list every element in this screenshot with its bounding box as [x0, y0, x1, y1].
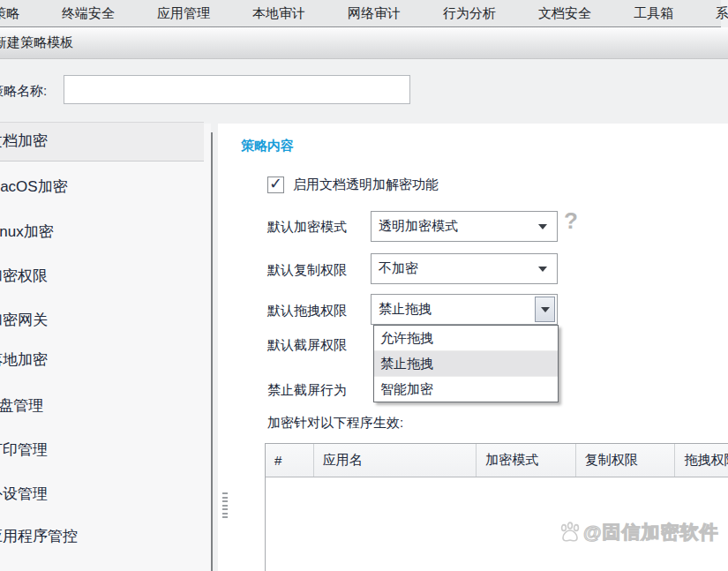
default-drag-permission-label: 默认拖拽权限 — [267, 302, 347, 319]
sidebar-item-macos-encryption[interactable]: macOS加密 — [0, 178, 68, 196]
column-header-index: # — [266, 444, 314, 477]
default-drag-permission-value: 禁止拖拽 — [372, 301, 535, 318]
sidebar-item-document-encryption[interactable]: 文档加密 — [0, 132, 48, 150]
default-copy-permission-label: 默认复制权限 — [267, 261, 347, 279]
sidebar-nav: 文档加密 macOS加密 Linux加密 加密权限 加密网关 落地加密 U盘管理… — [0, 124, 211, 571]
policy-name-label: 策略名称: — [0, 83, 47, 100]
default-drag-permission-select[interactable]: 禁止拖拽 — [371, 294, 558, 325]
chevron-down-icon — [538, 224, 547, 229]
dropdown-option-forbid-drag[interactable]: 禁止拖拽 — [374, 351, 558, 377]
menu-item-document-security[interactable]: 文档安全 — [538, 5, 591, 22]
page-title: 新建策略模板 — [0, 34, 73, 51]
sidebar-item-encryption-gateway[interactable]: 加密网关 — [0, 312, 48, 329]
chevron-down-icon — [538, 267, 547, 272]
program-table-header-row: # 应用名 加密模式 复制权限 拖拽权限 — [266, 444, 728, 477]
policy-name-input[interactable] — [64, 75, 410, 104]
watermark-text: @固信加密软件 — [583, 520, 718, 545]
enable-transparent-encryption-label: 启用文档透明加解密功能 — [293, 177, 439, 193]
menu-item-system[interactable]: 系统 — [716, 5, 728, 22]
menu-item-local-audit[interactable]: 本地审计 — [252, 5, 305, 22]
watermark: @固信加密软件 — [559, 520, 718, 545]
menu-item-toolbox[interactable]: 工具箱 — [634, 5, 673, 22]
column-header-drag-permission: 拖拽权限 — [675, 444, 728, 477]
subheader-bar: 新建策略模板 — [0, 27, 728, 59]
menu-item-network-audit[interactable]: 网络审计 — [348, 5, 401, 22]
default-copy-permission-value: 不加密 — [372, 260, 538, 277]
dropdown-arrow-button[interactable] — [535, 297, 555, 322]
section-title: 策略内容 — [241, 138, 294, 154]
default-encryption-mode-value: 透明加密模式 — [372, 218, 538, 235]
default-encryption-mode-select[interactable]: 透明加密模式 — [371, 211, 558, 242]
menu-bar: 策略 终端安全 应用管理 本地审计 网络审计 行为分析 文档安全 工具箱 系统 — [0, 0, 721, 27]
default-screenshot-permission-label: 默认截屏权限 — [267, 336, 347, 354]
sidebar-item-encryption-permissions[interactable]: 加密权限 — [0, 267, 48, 285]
menu-item-behavior-analysis[interactable]: 行为分析 — [443, 5, 496, 22]
sidebar-item-linux-encryption[interactable]: Linux加密 — [0, 223, 54, 241]
sidebar-item-landing-encryption[interactable]: 落地加密 — [0, 351, 48, 369]
sidebar-item-usb-management[interactable]: U盘管理 — [0, 397, 43, 415]
menu-item-policy[interactable]: 策略 — [0, 5, 19, 22]
chevron-down-icon — [541, 307, 550, 312]
dropdown-option-allow-drag[interactable]: 允许拖拽 — [374, 326, 558, 351]
policy-content-panel: 策略内容 ✓ 启用文档透明加解密功能 默认加密模式 透明加密模式 ? 默认复制权… — [218, 124, 728, 571]
column-header-app-name: 应用名 — [314, 444, 477, 477]
dropdown-option-smart-encrypt[interactable]: 智能加密 — [374, 377, 558, 402]
column-header-copy-permission: 复制权限 — [576, 444, 676, 477]
sidebar-splitter[interactable] — [211, 132, 213, 571]
enable-transparent-encryption-checkbox[interactable]: ✓ — [267, 177, 284, 193]
program-table-caption: 加密针对以下程序生效: — [267, 415, 403, 432]
enable-transparent-encryption-row: ✓ 启用文档透明加解密功能 — [267, 177, 439, 193]
paw-logo-icon — [559, 521, 582, 544]
drag-permission-dropdown-list: 允许拖拽 禁止拖拽 智能加密 — [373, 325, 559, 402]
forbid-screenshot-behavior-label: 禁止截屏行为 — [267, 381, 347, 399]
sidebar-item-application-control[interactable]: 应用程序管控 — [0, 528, 78, 545]
checkmark-icon: ✓ — [269, 177, 282, 191]
help-icon[interactable]: ? — [564, 207, 578, 235]
program-table: # 应用名 加密模式 复制权限 拖拽权限 — [265, 443, 728, 571]
column-header-encryption-mode: 加密模式 — [477, 444, 576, 477]
sidebar-item-print-management[interactable]: 打印管理 — [0, 441, 48, 459]
default-encryption-mode-label: 默认加密模式 — [267, 218, 347, 236]
menu-item-app-management[interactable]: 应用管理 — [157, 5, 210, 22]
sidebar-item-peripheral-management[interactable]: 外设管理 — [0, 485, 48, 503]
splitter-grip-handle[interactable] — [222, 492, 228, 519]
menu-item-endpoint-security[interactable]: 终端安全 — [62, 5, 115, 22]
default-copy-permission-select[interactable]: 不加密 — [371, 253, 558, 284]
